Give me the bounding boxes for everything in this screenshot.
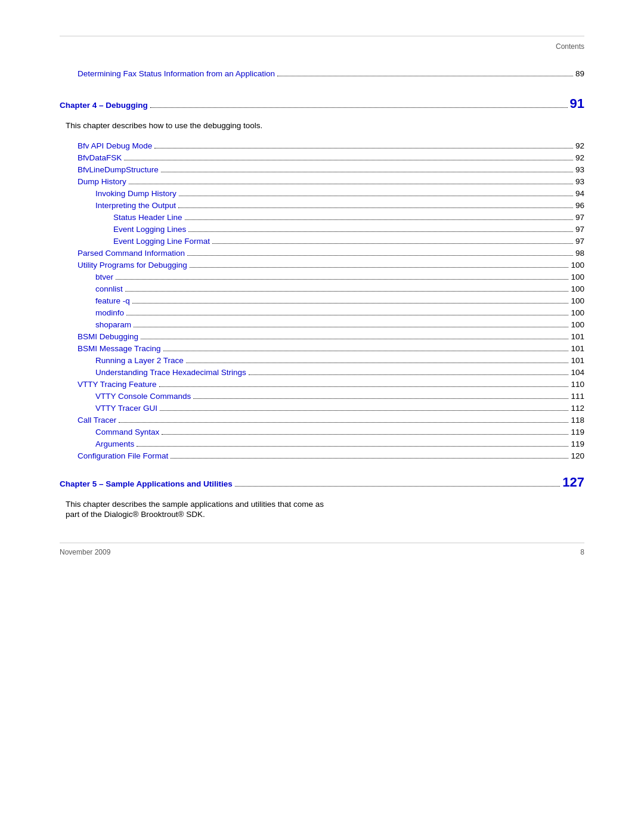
- toc-row: Bfv API Debug Mode92: [60, 141, 584, 150]
- toc-page: 100: [571, 272, 584, 281]
- toc-page: 111: [571, 392, 584, 401]
- toc-link[interactable]: VTTY Tracer GUI: [95, 404, 157, 413]
- toc-page: 92: [575, 153, 584, 162]
- toc-row: btver100: [60, 272, 584, 281]
- toc-row: Event Logging Line Format97: [60, 236, 584, 246]
- toc-page: 112: [571, 404, 584, 413]
- chapter4-description: This chapter describes how to use the de…: [60, 121, 584, 130]
- toc-page: 101: [571, 356, 584, 365]
- chapter4-page: 91: [570, 96, 584, 112]
- toc-link[interactable]: Interpreting the Output: [95, 201, 176, 210]
- chapter4-heading: Chapter 4 – Debugging 91: [60, 96, 584, 112]
- toc-page: 100: [571, 261, 584, 270]
- toc-row: connlist100: [60, 284, 584, 293]
- toc-link[interactable]: Determining Fax Status Information from …: [78, 69, 275, 78]
- footer-page: 8: [580, 548, 584, 556]
- toc-row: Arguments119: [60, 439, 584, 448]
- toc-row: Understanding Trace Hexadecimal Strings1…: [60, 367, 584, 377]
- toc-link[interactable]: connlist: [95, 284, 123, 293]
- toc-row: Command Syntax119: [60, 427, 584, 436]
- toc-row: Configuration File Format120: [60, 451, 584, 460]
- toc-row: BfvDataFSK92: [60, 153, 584, 162]
- chapter5-description2: part of the Dialogic® Brooktrout® SDK.: [60, 510, 584, 519]
- toc-page: 119: [571, 439, 584, 448]
- toc-row: BSMI Message Tracing101: [60, 343, 584, 353]
- toc-page: 101: [571, 344, 584, 353]
- toc-link[interactable]: modinfo: [95, 308, 124, 317]
- toc-row: feature -q100: [60, 296, 584, 305]
- toc-page: 101: [571, 332, 584, 341]
- toc-link[interactable]: VTTY Console Commands: [95, 392, 191, 401]
- toc-link[interactable]: Bfv API Debug Mode: [78, 141, 152, 150]
- toc-link[interactable]: BSMI Debugging: [78, 332, 138, 341]
- toc-page: 93: [575, 165, 584, 174]
- toc-page: 100: [571, 320, 584, 329]
- toc-row: Running a Layer 2 Trace101: [60, 355, 584, 365]
- toc-row: Utility Programs for Debugging100: [60, 260, 584, 270]
- toc-page: 98: [575, 249, 584, 258]
- toc-page: 97: [575, 213, 584, 222]
- toc-page: 120: [571, 451, 584, 460]
- toc-page: 118: [571, 416, 584, 425]
- toc-link[interactable]: Status Header Line: [113, 213, 182, 222]
- toc-link[interactable]: BSMI Message Tracing: [78, 344, 161, 353]
- toc-page: 97: [575, 225, 584, 234]
- toc-link[interactable]: Invoking Dump History: [95, 189, 177, 198]
- toc-page: 93: [575, 177, 584, 186]
- toc-link[interactable]: Event Logging Line Format: [113, 237, 210, 246]
- toc-link[interactable]: Command Syntax: [95, 428, 159, 436]
- toc-link[interactable]: Configuration File Format: [78, 451, 168, 460]
- page-container: Contents Determining Fax Status Informat…: [0, 0, 644, 833]
- toc-row: Determining Fax Status Information from …: [60, 69, 584, 78]
- pre-entries: Determining Fax Status Information from …: [60, 69, 584, 78]
- toc-page: 119: [571, 428, 584, 436]
- toc-page: 97: [575, 237, 584, 246]
- toc-row: BSMI Debugging101: [60, 332, 584, 341]
- toc-row: Dump History93: [60, 176, 584, 186]
- chapter4-entries: Bfv API Debug Mode92BfvDataFSK92BfvLineD…: [60, 141, 584, 460]
- toc-link[interactable]: Running a Layer 2 Trace: [95, 356, 184, 365]
- toc-link[interactable]: Call Tracer: [78, 416, 116, 425]
- toc-link[interactable]: btver: [95, 272, 113, 281]
- toc-row: modinfo100: [60, 308, 584, 317]
- toc-link[interactable]: Utility Programs for Debugging: [78, 261, 187, 270]
- toc-row: VTTY Tracer GUI112: [60, 403, 584, 413]
- toc-link[interactable]: Parsed Command Information: [78, 249, 185, 258]
- toc-page: 94: [575, 189, 584, 198]
- toc-row: VTTY Console Commands111: [60, 391, 584, 401]
- toc-row: Event Logging Lines97: [60, 224, 584, 234]
- toc-link[interactable]: Dump History: [78, 177, 126, 186]
- toc-row: shoparam100: [60, 320, 584, 329]
- toc-row: VTTY Tracing Feature110: [60, 379, 584, 389]
- toc-row: BfvLineDumpStructure93: [60, 165, 584, 174]
- toc-page: 96: [575, 201, 584, 210]
- header-label: Contents: [60, 42, 584, 51]
- chapter5-link[interactable]: Chapter 5 – Sample Applications and Util…: [60, 479, 233, 488]
- toc-row: Status Header Line97: [60, 212, 584, 222]
- toc-page: 100: [571, 308, 584, 317]
- toc-link[interactable]: BfvDataFSK: [78, 153, 122, 162]
- toc-page: 100: [571, 296, 584, 305]
- chapter5-description1: This chapter describes the sample applic…: [60, 500, 584, 509]
- toc-link[interactable]: Event Logging Lines: [113, 225, 186, 234]
- toc-link[interactable]: shoparam: [95, 320, 131, 329]
- chapter5-heading: Chapter 5 – Sample Applications and Util…: [60, 475, 584, 490]
- toc-page: 89: [575, 69, 584, 78]
- toc-link[interactable]: Arguments: [95, 439, 134, 448]
- header-rule: [60, 36, 584, 36]
- chapter5-page: 127: [562, 475, 584, 490]
- toc-row: Interpreting the Output96: [60, 200, 584, 210]
- footer: November 2009 8: [60, 548, 584, 556]
- footer-date: November 2009: [60, 548, 110, 556]
- toc-link[interactable]: BfvLineDumpStructure: [78, 165, 159, 174]
- toc-link[interactable]: feature -q: [95, 296, 130, 305]
- toc-page: 100: [571, 284, 584, 293]
- toc-row: Call Tracer118: [60, 415, 584, 425]
- toc-page: 104: [571, 368, 584, 377]
- toc-link[interactable]: VTTY Tracing Feature: [78, 380, 157, 389]
- footer-rule: [60, 543, 584, 543]
- chapter4-link[interactable]: Chapter 4 – Debugging: [60, 101, 148, 110]
- toc-page: 92: [575, 141, 584, 150]
- toc-row: Invoking Dump History94: [60, 188, 584, 198]
- toc-link[interactable]: Understanding Trace Hexadecimal Strings: [95, 368, 246, 377]
